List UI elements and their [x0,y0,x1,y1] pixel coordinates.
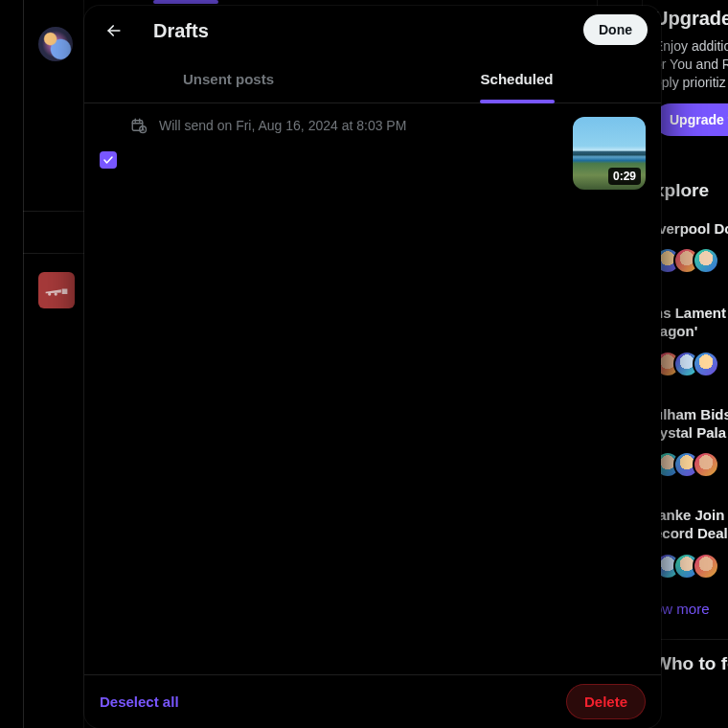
facepile [654,451,719,478]
avatar [693,451,719,478]
explore-heading: xplore [654,180,728,201]
facepile [654,553,719,580]
avatar [693,553,719,580]
avatar[interactable] [38,27,73,61]
video-duration-badge: 0:29 [608,168,641,185]
scheduled-list: Will send on Fri, Aug 16, 2024 at 8:03 P… [84,103,661,674]
check-icon [102,154,114,166]
trend-item[interactable]: ns Lament ragon' Trend [654,305,728,377]
trend-title: ns Lament ragon' [654,305,728,341]
modal-title: Drafts [153,20,209,42]
text: or You and R [654,57,728,72]
scheduled-item[interactable]: Will send on Fri, Aug 16, 2024 at 8:03 P… [84,103,661,203]
arrow-left-icon [104,21,124,40]
who-to-follow-heading: Who to fo [654,653,728,674]
trend-title: iverpool Do [654,220,728,239]
modal-footer: Deselect all Delete [84,674,661,728]
svg-point-0 [48,292,51,295]
trend-item[interactable]: ulham Bids rystal Pala Trend [654,406,728,479]
text: ulham Bids [654,406,728,422]
scheduled-item-body: Will send on Fri, Aug 16, 2024 at 8:03 P… [130,117,559,134]
trend-item[interactable]: iverpool Do Trend [654,220,728,275]
upgrade-card-desc: Enjoy addition or You and R oply priorit… [654,37,728,92]
modal-tabs: Unsent posts Scheduled [84,56,661,103]
cannon-icon [44,283,69,298]
text: ecord Deal [654,525,728,541]
text: Enjoy addition [654,38,728,54]
video-thumbnail[interactable]: 0:29 [573,117,646,190]
delete-button[interactable]: Delete [566,684,646,719]
upgrade-card-title: Upgrade t [654,8,728,30]
trend-title: ulham Bids rystal Pala [654,406,728,443]
facepile [654,351,719,377]
tab-unsent-posts[interactable]: Unsent posts [84,56,373,102]
active-tab-indicator-bg [153,0,218,4]
calendar-clock-icon [130,117,148,134]
back-button[interactable] [98,14,130,47]
svg-point-1 [55,292,57,295]
modal-header: Drafts Done [84,6,661,56]
text: ns Lament [654,305,726,321]
deselect-all-button[interactable]: Deselect all [100,694,179,710]
done-button[interactable]: Done [583,14,648,45]
text: oply prioritiz [654,75,726,90]
select-checkbox[interactable] [100,151,117,169]
drafts-modal: Drafts Done Unsent posts Scheduled [84,6,661,728]
avatar [693,247,719,274]
schedule-text: Will send on Fri, Aug 16, 2024 at 8:03 P… [159,118,406,133]
avatar [693,351,719,377]
trend-title: lanke Join ecord Deal [654,507,728,543]
text: lanke Join [654,507,724,523]
trend-item[interactable]: lanke Join ecord Deal Trend [654,507,728,580]
upgrade-button[interactable]: Upgrade t [654,103,728,136]
svg-rect-2 [132,121,143,131]
schedule-line: Will send on Fri, Aug 16, 2024 at 8:03 P… [130,117,559,134]
tab-scheduled[interactable]: Scheduled [373,56,661,102]
facepile [654,247,719,274]
divider [654,639,728,640]
avatar[interactable] [38,272,75,308]
text: rystal Pala [654,424,726,441]
show-more-link[interactable]: ow more [654,601,710,617]
